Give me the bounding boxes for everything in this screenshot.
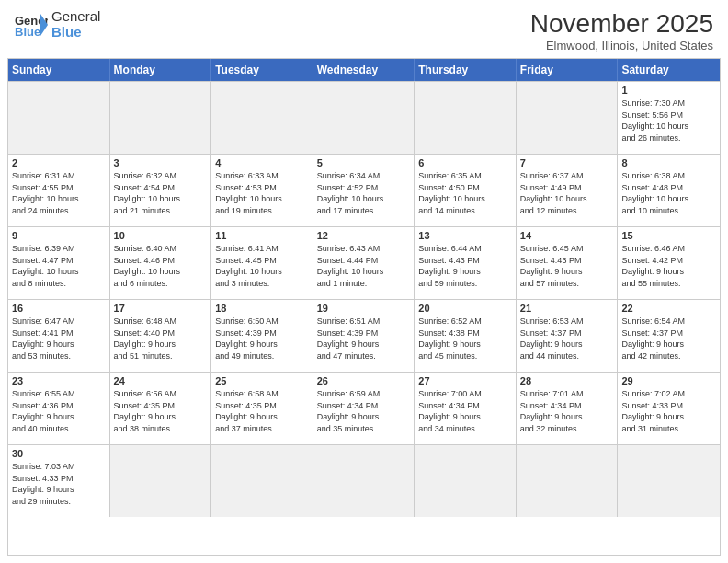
day-info: Sunrise: 6:31 AM Sunset: 4:55 PM Dayligh… xyxy=(12,170,106,216)
day-info: Sunrise: 6:38 AM Sunset: 4:48 PM Dayligh… xyxy=(621,170,716,216)
logo-blue: Blue xyxy=(51,25,100,40)
day-of-week-header: Tuesday xyxy=(211,59,313,81)
day-number: 30 xyxy=(12,448,106,459)
calendar-cell: 7Sunrise: 6:37 AM Sunset: 4:49 PM Daylig… xyxy=(517,155,619,226)
day-number: 24 xyxy=(114,375,208,386)
calendar-cell xyxy=(211,82,313,154)
calendar: SundayMondayTuesdayWednesdayThursdayFrid… xyxy=(7,58,721,556)
calendar-cell: 4Sunrise: 6:33 AM Sunset: 4:53 PM Daylig… xyxy=(211,155,313,226)
day-of-week-header: Sunday xyxy=(8,59,110,81)
day-number: 8 xyxy=(621,157,716,168)
day-number: 17 xyxy=(114,303,208,314)
day-number: 29 xyxy=(621,375,716,386)
calendar-cell xyxy=(8,82,110,154)
day-info: Sunrise: 6:50 AM Sunset: 4:39 PM Dayligh… xyxy=(215,316,309,362)
day-info: Sunrise: 7:01 AM Sunset: 4:34 PM Dayligh… xyxy=(520,388,614,434)
calendar-cell: 25Sunrise: 6:58 AM Sunset: 4:35 PM Dayli… xyxy=(211,373,313,444)
day-number: 28 xyxy=(520,375,614,386)
title-block: November 2025 Elmwood, Illinois, United … xyxy=(530,9,713,52)
day-number: 7 xyxy=(520,157,614,168)
calendar-cell xyxy=(110,82,212,154)
day-info: Sunrise: 6:43 AM Sunset: 4:44 PM Dayligh… xyxy=(317,243,411,289)
day-of-week-header: Thursday xyxy=(415,59,517,81)
day-number: 10 xyxy=(114,230,208,241)
day-number: 9 xyxy=(12,230,106,241)
logo: General Blue General Blue xyxy=(15,9,100,40)
day-of-week-header: Friday xyxy=(517,59,619,81)
calendar-cell xyxy=(211,445,313,517)
day-number: 5 xyxy=(317,157,411,168)
day-info: Sunrise: 6:33 AM Sunset: 4:53 PM Dayligh… xyxy=(215,170,309,216)
calendar-cell: 5Sunrise: 6:34 AM Sunset: 4:52 PM Daylig… xyxy=(313,155,415,226)
day-number: 18 xyxy=(215,303,309,314)
day-info: Sunrise: 7:00 AM Sunset: 4:34 PM Dayligh… xyxy=(418,388,512,434)
day-number: 11 xyxy=(215,230,309,241)
day-number: 23 xyxy=(12,375,106,386)
day-info: Sunrise: 6:35 AM Sunset: 4:50 PM Dayligh… xyxy=(418,170,512,216)
day-number: 14 xyxy=(520,230,614,241)
day-info: Sunrise: 6:40 AM Sunset: 4:46 PM Dayligh… xyxy=(114,243,208,289)
day-info: Sunrise: 6:32 AM Sunset: 4:54 PM Dayligh… xyxy=(114,170,208,216)
day-number: 13 xyxy=(418,230,512,241)
calendar-cell: 26Sunrise: 6:59 AM Sunset: 4:34 PM Dayli… xyxy=(313,373,415,444)
calendar-body: 1Sunrise: 7:30 AM Sunset: 5:56 PM Daylig… xyxy=(8,81,720,517)
location: Elmwood, Illinois, United States xyxy=(530,39,713,52)
day-info: Sunrise: 7:30 AM Sunset: 5:56 PM Dayligh… xyxy=(621,98,716,144)
day-info: Sunrise: 7:02 AM Sunset: 4:33 PM Dayligh… xyxy=(621,388,716,434)
day-of-week-header: Saturday xyxy=(618,59,720,81)
day-number: 6 xyxy=(418,157,512,168)
calendar-header: SundayMondayTuesdayWednesdayThursdayFrid… xyxy=(8,59,720,81)
day-info: Sunrise: 6:52 AM Sunset: 4:38 PM Dayligh… xyxy=(418,316,512,362)
calendar-week: 16Sunrise: 6:47 AM Sunset: 4:41 PM Dayli… xyxy=(8,299,720,372)
calendar-cell: 28Sunrise: 7:01 AM Sunset: 4:34 PM Dayli… xyxy=(517,373,619,444)
calendar-cell xyxy=(313,82,415,154)
calendar-cell: 14Sunrise: 6:45 AM Sunset: 4:43 PM Dayli… xyxy=(517,227,619,299)
day-info: Sunrise: 6:47 AM Sunset: 4:41 PM Dayligh… xyxy=(12,316,106,362)
day-number: 1 xyxy=(621,85,716,96)
calendar-cell: 21Sunrise: 6:53 AM Sunset: 4:37 PM Dayli… xyxy=(517,300,619,372)
calendar-week: 23Sunrise: 6:55 AM Sunset: 4:36 PM Dayli… xyxy=(8,372,720,444)
calendar-cell: 16Sunrise: 6:47 AM Sunset: 4:41 PM Dayli… xyxy=(8,300,110,372)
day-number: 27 xyxy=(418,375,512,386)
day-number: 16 xyxy=(12,303,106,314)
day-info: Sunrise: 6:45 AM Sunset: 4:43 PM Dayligh… xyxy=(520,243,614,289)
day-info: Sunrise: 6:54 AM Sunset: 4:37 PM Dayligh… xyxy=(621,316,716,362)
day-info: Sunrise: 6:58 AM Sunset: 4:35 PM Dayligh… xyxy=(215,388,309,434)
month-title: November 2025 xyxy=(530,9,713,39)
day-number: 3 xyxy=(114,157,208,168)
calendar-cell: 9Sunrise: 6:39 AM Sunset: 4:47 PM Daylig… xyxy=(8,227,110,299)
calendar-cell: 30Sunrise: 7:03 AM Sunset: 4:33 PM Dayli… xyxy=(8,445,110,517)
day-info: Sunrise: 6:41 AM Sunset: 4:45 PM Dayligh… xyxy=(215,243,309,289)
calendar-week: 30Sunrise: 7:03 AM Sunset: 4:33 PM Dayli… xyxy=(8,444,720,517)
day-info: Sunrise: 6:46 AM Sunset: 4:42 PM Dayligh… xyxy=(621,243,716,289)
calendar-cell xyxy=(517,445,619,517)
day-info: Sunrise: 6:55 AM Sunset: 4:36 PM Dayligh… xyxy=(12,388,106,434)
day-of-week-header: Monday xyxy=(110,59,212,81)
day-info: Sunrise: 6:44 AM Sunset: 4:43 PM Dayligh… xyxy=(418,243,512,289)
calendar-cell: 18Sunrise: 6:50 AM Sunset: 4:39 PM Dayli… xyxy=(211,300,313,372)
day-info: Sunrise: 7:03 AM Sunset: 4:33 PM Dayligh… xyxy=(12,461,106,507)
day-number: 12 xyxy=(317,230,411,241)
calendar-cell: 1Sunrise: 7:30 AM Sunset: 5:56 PM Daylig… xyxy=(618,82,720,154)
day-number: 15 xyxy=(621,230,716,241)
day-of-week-header: Wednesday xyxy=(313,59,415,81)
calendar-cell: 13Sunrise: 6:44 AM Sunset: 4:43 PM Dayli… xyxy=(415,227,517,299)
calendar-cell: 8Sunrise: 6:38 AM Sunset: 4:48 PM Daylig… xyxy=(618,155,720,226)
day-number: 21 xyxy=(520,303,614,314)
day-number: 4 xyxy=(215,157,309,168)
calendar-cell: 24Sunrise: 6:56 AM Sunset: 4:35 PM Dayli… xyxy=(110,373,212,444)
day-info: Sunrise: 6:48 AM Sunset: 4:40 PM Dayligh… xyxy=(114,316,208,362)
calendar-cell: 10Sunrise: 6:40 AM Sunset: 4:46 PM Dayli… xyxy=(110,227,212,299)
day-number: 26 xyxy=(317,375,411,386)
day-info: Sunrise: 6:39 AM Sunset: 4:47 PM Dayligh… xyxy=(12,243,106,289)
day-number: 19 xyxy=(317,303,411,314)
day-info: Sunrise: 6:56 AM Sunset: 4:35 PM Dayligh… xyxy=(114,388,208,434)
calendar-cell: 23Sunrise: 6:55 AM Sunset: 4:36 PM Dayli… xyxy=(8,373,110,444)
day-info: Sunrise: 6:37 AM Sunset: 4:49 PM Dayligh… xyxy=(520,170,614,216)
day-info: Sunrise: 6:59 AM Sunset: 4:34 PM Dayligh… xyxy=(317,388,411,434)
calendar-cell: 27Sunrise: 7:00 AM Sunset: 4:34 PM Dayli… xyxy=(415,373,517,444)
day-number: 22 xyxy=(621,303,716,314)
calendar-week: 1Sunrise: 7:30 AM Sunset: 5:56 PM Daylig… xyxy=(8,81,720,154)
day-info: Sunrise: 6:34 AM Sunset: 4:52 PM Dayligh… xyxy=(317,170,411,216)
calendar-cell: 29Sunrise: 7:02 AM Sunset: 4:33 PM Dayli… xyxy=(618,373,720,444)
